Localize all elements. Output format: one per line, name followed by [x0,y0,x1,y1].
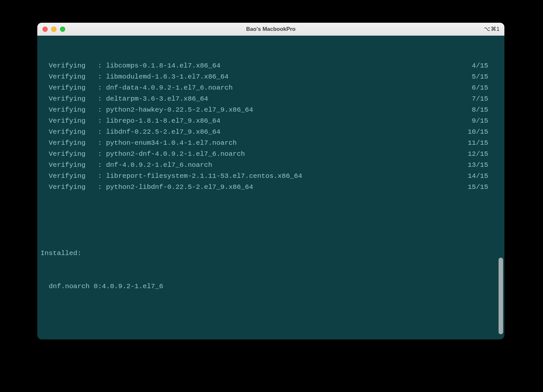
verify-label: Verifying : [41,138,106,149]
verify-count: 9/15 [468,116,497,127]
verify-count: 11/15 [468,138,497,149]
blank-line [41,215,497,226]
verify-package: dnf-4.0.9.2-1.el7_6.noarch [106,160,468,171]
verify-count: 5/15 [468,71,497,82]
verify-line: Verifying : python2-dnf-4.0.9.2-1.el7_6.… [41,149,497,160]
verify-label: Verifying : [41,82,106,93]
verify-label: Verifying : [41,182,106,193]
terminal-content[interactable]: Verifying : libcomps-0.1.8-14.el7.x86_64… [37,36,497,339]
verify-package: python-enum34-1.0.4-1.el7.noarch [106,138,468,149]
verify-count: 10/15 [468,127,497,138]
verify-package: python2-libdnf-0.22.5-2.el7_9.x86_64 [106,182,468,193]
terminal-window: Bao's MacbookPro ⌥⌘1 Verifying : libcomp… [37,23,504,339]
verify-line: Verifying : python-enum34-1.0.4-1.el7.no… [41,138,497,149]
verify-label: Verifying : [41,116,106,127]
verify-count: 13/15 [468,160,497,171]
verify-line: Verifying : python2-libdnf-0.22.5-2.el7_… [41,182,497,193]
verify-count: 7/15 [468,93,497,104]
verify-package: deltarpm-3.6-3.el7.x86_64 [106,93,468,104]
window-title: Bao's MacbookPro [37,26,504,32]
verify-label: Verifying : [41,160,106,171]
installed-header: Installed: [41,248,497,259]
verify-package: libdnf-0.22.5-2.el7_9.x86_64 [106,127,468,138]
verify-line: Verifying : libcomps-0.1.8-14.el7.x86_64… [41,60,497,71]
verify-count: 6/15 [468,82,497,93]
verify-line: Verifying : dnf-4.0.9.2-1.el7_6.noarch13… [41,160,497,171]
verify-line: Verifying : librepo-1.8.1-8.el7_9.x86_64… [41,116,497,127]
verify-line: Verifying : dnf-data-4.0.9.2-1.el7_6.noa… [41,82,497,93]
window-shortcut-label: ⌥⌘1 [484,26,500,32]
verify-count: 12/15 [468,149,497,160]
verify-label: Verifying : [41,149,106,160]
traffic-lights [42,27,65,32]
titlebar: Bao's MacbookPro ⌥⌘1 [37,23,504,36]
minimize-icon[interactable] [51,27,56,32]
verify-package: libcomps-0.1.8-14.el7.x86_64 [106,60,468,71]
verify-label: Verifying : [41,71,106,82]
zoom-icon[interactable] [60,27,65,32]
verify-label: Verifying : [41,104,106,116]
verify-count: 4/15 [468,60,497,71]
blank-line [41,314,497,325]
verify-line: Verifying : libreport-filesystem-2.1.11-… [41,171,497,182]
verify-package: librepo-1.8.1-8.el7_9.x86_64 [106,116,468,127]
verify-package: dnf-data-4.0.9.2-1.el7_6.noarch [106,82,468,93]
verify-package: python2-dnf-4.0.9.2-1.el7_6.noarch [106,149,468,160]
verify-line: Verifying : deltarpm-3.6-3.el7.x86_647/1… [41,93,497,104]
verify-count: 14/15 [468,171,497,182]
verify-package: libreport-filesystem-2.1.11-53.el7.cento… [106,171,468,182]
verify-label: Verifying : [41,127,106,138]
terminal-viewport[interactable]: Verifying : libcomps-0.1.8-14.el7.x86_64… [37,36,504,339]
verify-package: python2-hawkey-0.22.5-2.el7_9.x86_64 [106,104,468,116]
verify-label: Verifying : [41,93,106,104]
close-icon[interactable] [42,27,48,32]
scrollbar-track[interactable] [499,37,503,338]
scrollbar-thumb[interactable] [499,258,503,334]
verify-line: Verifying : libdnf-0.22.5-2.el7_9.x86_64… [41,127,497,138]
verify-line: Verifying : python2-hawkey-0.22.5-2.el7_… [41,104,497,116]
verify-line: Verifying : libmodulemd-1.6.3-1.el7.x86_… [41,71,497,82]
verify-package: libmodulemd-1.6.3-1.el7.x86_64 [106,71,468,82]
verify-label: Verifying : [41,60,106,71]
verify-count: 15/15 [468,182,497,193]
verify-count: 8/15 [468,104,497,116]
verify-label: Verifying : [41,171,106,182]
installed-line: dnf.noarch 0:4.0.9.2-1.el7_6 [41,281,497,292]
